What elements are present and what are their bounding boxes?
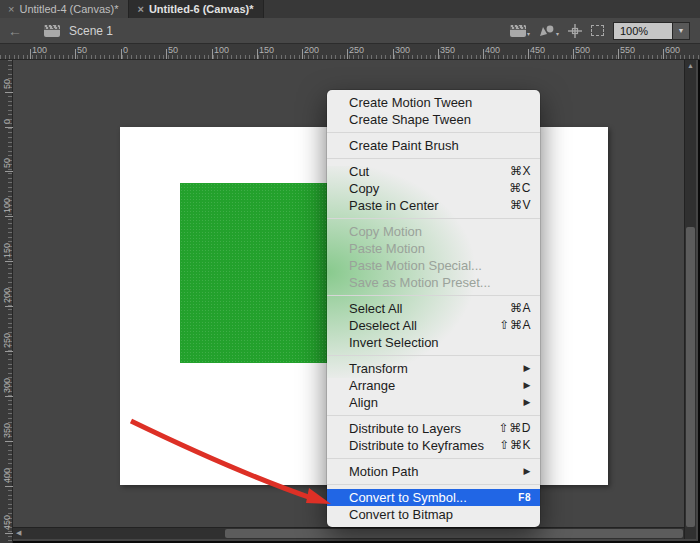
menu-item-paste-in-center[interactable]: Paste in Center⌘V [327, 197, 540, 214]
ruler-major-tick [5, 306, 13, 307]
menu-separator [327, 218, 540, 219]
menu-separator [327, 158, 540, 159]
crosshair-icon [568, 24, 582, 38]
vertical-scrollbar[interactable]: ▲ [684, 60, 696, 539]
edit-symbols-button[interactable]: ▾ [539, 24, 559, 37]
ruler-label: 350 [440, 45, 455, 55]
edit-scene-button[interactable]: ▾ [510, 25, 530, 37]
menu-item-copy[interactable]: Copy⌘C [327, 180, 540, 197]
ruler-label: 0 [123, 45, 128, 55]
close-icon[interactable]: × [137, 4, 143, 15]
vertical-scrollbar-thumb[interactable] [686, 227, 695, 527]
menu-item-label: Create Shape Tween [349, 111, 531, 128]
ruler-major-tick [5, 261, 13, 262]
ruler-label: 300 [2, 378, 12, 395]
ruler-label: 0 [2, 119, 12, 126]
menu-separator [327, 132, 540, 133]
ruler-major-tick [483, 49, 484, 59]
menu-item-label: Paste in Center [349, 197, 510, 214]
ruler-major-tick [5, 216, 13, 217]
edit-bar: ← Scene 1 ▾ ▾ [0, 18, 700, 44]
ruler-label: 50 [168, 45, 178, 55]
edit-bar-controls: ▾ ▾ 100% [510, 22, 700, 40]
horizontal-scrollbar-thumb[interactable] [225, 529, 683, 538]
ruler-label: 400 [2, 468, 12, 485]
menu-item-create-motion-tween[interactable]: Create Motion Tween [327, 94, 540, 111]
menu-item-label: Distribute to Keyframes [349, 437, 499, 454]
menu-item-paste-motion-special: Paste Motion Special... [327, 257, 540, 274]
ruler-label: 200 [2, 288, 12, 305]
menu-item-deselect-all[interactable]: Deselect All⇧⌘A [327, 317, 540, 334]
menu-item-label: Select All [349, 300, 510, 317]
menu-item-transform[interactable]: Transform▶ [327, 360, 540, 377]
menu-item-label: Arrange [349, 377, 524, 394]
clip-content-button[interactable] [591, 25, 604, 36]
center-frame-button[interactable] [568, 24, 582, 38]
ruler-major-tick [75, 49, 76, 59]
menu-item-cut[interactable]: Cut⌘X [327, 163, 540, 180]
context-menu: Create Motion TweenCreate Shape TweenCre… [327, 90, 540, 527]
menu-item-label: Invert Selection [349, 334, 531, 351]
ruler-label: 300 [395, 45, 410, 55]
tab-label: Untitled-4 (Canvas)* [19, 3, 118, 15]
ruler-major-tick [5, 396, 13, 397]
menu-item-motion-path[interactable]: Motion Path▶ [327, 463, 540, 480]
horizontal-ruler[interactable]: 1005005010015020025030035040045050055060… [0, 44, 700, 60]
menu-item-convert-to-bitmap[interactable]: Convert to Bitmap [327, 506, 540, 523]
ruler-label: 600 [665, 45, 680, 55]
ruler-label: 50 [2, 158, 12, 170]
tab-untitled-6[interactable]: × Untitled-6 (Canvas)* [129, 0, 264, 18]
ruler-label: 50 [77, 45, 87, 55]
menu-item-create-paint-brush[interactable]: Create Paint Brush [327, 137, 540, 154]
menu-item-shortcut: ⇧⌘D [499, 420, 531, 437]
ruler-major-tick [121, 49, 122, 59]
back-arrow-icon[interactable]: ← [8, 24, 22, 38]
ruler-label: 500 [575, 45, 590, 55]
menu-item-label: Paste Motion Special... [349, 257, 531, 274]
ruler-major-tick [618, 49, 619, 59]
ruler-label: 100 [214, 45, 229, 55]
clip-bounds-icon [591, 25, 604, 36]
tab-untitled-4[interactable]: × Untitled-4 (Canvas)* [0, 0, 129, 18]
menu-item-label: Copy [349, 180, 509, 197]
menu-item-distribute-to-layers[interactable]: Distribute to Layers⇧⌘D [327, 420, 540, 437]
zoom-dropdown-button[interactable]: ▼ [672, 23, 689, 39]
menu-item-label: Deselect All [349, 317, 499, 334]
scene-breadcrumb[interactable]: Scene 1 [69, 24, 113, 38]
scroll-left-arrow-icon[interactable]: ◀ [16, 529, 21, 537]
zoom-level-input[interactable]: 100% [614, 23, 672, 39]
menu-item-label: Convert to Symbol... [349, 489, 518, 506]
vertical-ruler[interactable]: 50050100150200250300350400450 [0, 60, 13, 543]
menu-item-select-all[interactable]: Select All⌘A [327, 300, 540, 317]
menu-item-save-as-motion-preset: Save as Motion Preset... [327, 274, 540, 291]
menu-item-arrange[interactable]: Arrange▶ [327, 377, 540, 394]
menu-item-label: Motion Path [349, 463, 524, 480]
menu-item-label: Transform [349, 360, 524, 377]
clapperboard-icon [510, 25, 526, 37]
menu-item-shortcut: F8 [518, 489, 531, 506]
ruler-major-tick [5, 441, 13, 442]
menu-item-convert-to-symbol[interactable]: Convert to Symbol...F8 [327, 489, 540, 506]
menu-item-shortcut: ⌘C [509, 180, 531, 197]
ruler-major-tick [5, 127, 13, 128]
scroll-up-arrow-icon[interactable]: ▲ [687, 62, 694, 69]
menu-item-invert-selection[interactable]: Invert Selection [327, 334, 540, 351]
menu-item-distribute-to-keyframes[interactable]: Distribute to Keyframes⇧⌘K [327, 437, 540, 454]
horizontal-scrollbar[interactable]: ◀ [13, 527, 686, 539]
ruler-major-tick [573, 49, 574, 59]
menu-item-label: Create Motion Tween [349, 94, 531, 111]
close-icon[interactable]: × [8, 4, 14, 15]
ruler-label: 100 [2, 198, 12, 215]
dropdown-arrow-icon: ▼ [678, 27, 685, 34]
ruler-label: 200 [304, 45, 319, 55]
ruler-major-tick [393, 49, 394, 59]
ruler-label: 450 [530, 45, 545, 55]
menu-item-label: Align [349, 394, 524, 411]
menu-item-align[interactable]: Align▶ [327, 394, 540, 411]
menu-item-paste-motion: Paste Motion [327, 240, 540, 257]
menu-item-create-shape-tween[interactable]: Create Shape Tween [327, 111, 540, 128]
document-tab-bar: × Untitled-4 (Canvas)* × Untitled-6 (Can… [0, 0, 700, 18]
zoom-control: 100% ▼ [613, 22, 690, 40]
ruler-label: 550 [620, 45, 635, 55]
tab-label: Untitled-6 (Canvas)* [149, 3, 254, 15]
